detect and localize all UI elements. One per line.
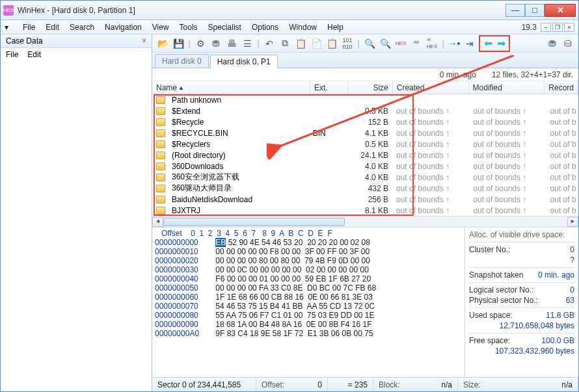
table-row[interactable]: 360安全浏览器下载 4.0 KB out of bounds ↑ out of…: [152, 172, 578, 183]
menu-help[interactable]: Help: [322, 21, 349, 33]
file-modified: out of bounds ↑: [469, 118, 546, 127]
close-button[interactable]: ✕: [545, 4, 576, 17]
col-modified[interactable]: Modified: [469, 81, 545, 94]
hex-label-icon[interactable]: HEX: [394, 37, 407, 50]
find-text-icon[interactable]: 🔍: [363, 37, 376, 50]
scroll-left-button[interactable]: ◄: [152, 217, 163, 227]
menubar: ▾ File Edit Search Navigation View Tools…: [1, 20, 578, 34]
file-modified: out of bounds ↑: [469, 162, 546, 171]
file-size: 152 B: [347, 118, 392, 127]
tab-hard-disk-0[interactable]: Hard disk 0: [155, 54, 209, 68]
table-row[interactable]: BJXTRJ 8.1 KB out of bounds ↑ out of bou…: [152, 205, 578, 216]
table-row[interactable]: 360Downloads 4.0 KB out of bounds ↑ out …: [152, 161, 578, 172]
mdi-close-button[interactable]: ×: [564, 23, 574, 32]
menu-file[interactable]: File: [18, 21, 40, 33]
file-list[interactable]: Path unknown $Extend 0.5 KB out of bound…: [152, 94, 578, 216]
menu-search[interactable]: Search: [64, 21, 100, 33]
col-record[interactable]: Record: [545, 81, 578, 94]
window-title: WinHex - [Hard disk 0, Partition 1]: [18, 6, 505, 15]
table-row[interactable]: Path unknown: [152, 94, 578, 105]
disk2-icon[interactable]: ⛁: [561, 37, 574, 50]
mdi-restore-button[interactable]: ❐: [552, 23, 563, 32]
folder-icon: [156, 185, 165, 192]
table-row[interactable]: (Root directory) 24.1 KB out of bounds ↑…: [152, 150, 578, 161]
table-row[interactable]: $Recycle 152 B out of bounds ↑ out of bo…: [152, 116, 578, 127]
scroll-right-button[interactable]: ►: [567, 217, 578, 227]
folder-icon: [156, 118, 165, 126]
clipboard-icon[interactable]: 📄: [310, 37, 323, 50]
app-menu-icon[interactable]: ▾: [5, 23, 15, 32]
table-row[interactable]: 360驱动大师目录 432 B out of bounds ↑ out of b…: [152, 183, 578, 194]
maximize-button[interactable]: □: [525, 4, 545, 17]
col-ext[interactable]: Ext.: [310, 81, 349, 94]
open-file-icon[interactable]: 📂: [156, 37, 169, 50]
titlebar: HEX WinHex - [Hard disk 0, Partition 1] …: [1, 1, 578, 20]
menu-view[interactable]: View: [147, 21, 174, 33]
status-size-label: Size:: [463, 380, 481, 389]
lsector-label: Logical sector No.:: [469, 285, 533, 294]
snapshot-age: 0 min. ago: [440, 70, 476, 79]
copy-icon[interactable]: ⧉: [278, 37, 291, 50]
mdi-minimize-button[interactable]: –: [541, 23, 551, 32]
file-ext: BIN: [309, 129, 347, 138]
alloc-label: Alloc. of visible drive space:: [469, 230, 574, 239]
paste-icon[interactable]: 📋: [294, 37, 307, 50]
goto-icon[interactable]: ⇥: [463, 37, 476, 50]
case-data-close-icon[interactable]: ×: [142, 36, 146, 46]
file-created: out of bounds ↑: [392, 107, 469, 116]
menu-edit[interactable]: Edit: [40, 21, 64, 33]
info-bar: 0 min. ago 12 files, 32+4+1=37 dir.: [152, 68, 578, 81]
table-row[interactable]: $Extend 0.5 KB out of bounds ↑ out of bo…: [152, 105, 578, 116]
binary-icon[interactable]: 101010: [341, 37, 354, 50]
details-panel: Alloc. of visible drive space: Cluster N…: [465, 228, 578, 377]
paste2-icon[interactable]: 📋: [325, 37, 338, 50]
file-created: out of bounds ↑: [392, 206, 469, 215]
replace-text-icon[interactable]: ᴬᴮ: [410, 37, 423, 50]
print-icon[interactable]: 🖶: [225, 37, 238, 50]
undo-icon[interactable]: ↶: [263, 37, 276, 50]
cluster-label: Cluster No.:: [469, 245, 510, 254]
menu-window[interactable]: Window: [284, 21, 322, 33]
table-row[interactable]: $Recyclers 0.5 KB out of bounds ↑ out of…: [152, 138, 578, 150]
minimize-button[interactable]: —: [505, 4, 525, 17]
file-record: out of b: [546, 206, 578, 215]
file-record: out of b: [546, 173, 578, 182]
tab-hard-disk-0-p1[interactable]: Hard disk 0, P1: [210, 55, 278, 68]
save-icon[interactable]: 💾: [172, 37, 185, 50]
used-label: Used space:: [469, 311, 513, 320]
col-size[interactable]: Size: [348, 81, 392, 94]
file-name: $Recyclers: [168, 140, 309, 149]
case-menu-file[interactable]: File: [6, 50, 18, 59]
col-name[interactable]: Name▲: [152, 81, 310, 94]
goto-offset-icon[interactable]: →•: [448, 37, 461, 50]
file-modified: out of bounds ↑: [469, 129, 546, 138]
menu-specialist[interactable]: Specialist: [203, 21, 247, 33]
folder-icon: [156, 207, 165, 215]
open-disk-icon[interactable]: ⚙: [194, 37, 207, 50]
file-record: out of b: [546, 151, 578, 160]
find-hex-icon[interactable]: 🔍: [379, 37, 392, 50]
h-scrollbar[interactable]: ◄ ►: [152, 216, 578, 227]
col-created[interactable]: Created: [393, 81, 469, 94]
replace-hex-icon[interactable]: ᴬᴮHEX: [425, 37, 438, 50]
status-offset-label: Offset:: [262, 380, 284, 389]
menu-tools[interactable]: Tools: [174, 21, 203, 33]
file-record: out of b: [546, 118, 578, 127]
folder-icon: [156, 163, 165, 170]
status-eq: = 235: [348, 380, 368, 389]
nav-back-icon[interactable]: ⬅: [481, 37, 494, 50]
cluster-q: ?: [570, 255, 574, 265]
disk1-icon[interactable]: ⛃: [546, 37, 559, 50]
file-record: out of b: [546, 129, 578, 138]
case-menu-edit[interactable]: Edit: [27, 50, 41, 59]
menu-options[interactable]: Options: [247, 21, 284, 33]
menu-navigation[interactable]: Navigation: [100, 21, 147, 33]
nav-forward-icon[interactable]: ➡: [494, 37, 507, 50]
file-name: 360驱动大师目录: [168, 183, 309, 194]
properties-icon[interactable]: ☰: [241, 37, 254, 50]
table-row[interactable]: $RECYCLE.BIN BIN 4.1 KB out of bounds ↑ …: [152, 127, 578, 138]
hex-view[interactable]: Offset 0 1 2 3 4 5 6 7 8 9 A B C D E F00…: [152, 228, 465, 377]
disk-icon[interactable]: ⛃: [209, 37, 222, 50]
snapshot-label: Snapshot taken: [469, 270, 523, 280]
table-row[interactable]: BaiduNetdiskDownload 256 B out of bounds…: [152, 194, 578, 205]
